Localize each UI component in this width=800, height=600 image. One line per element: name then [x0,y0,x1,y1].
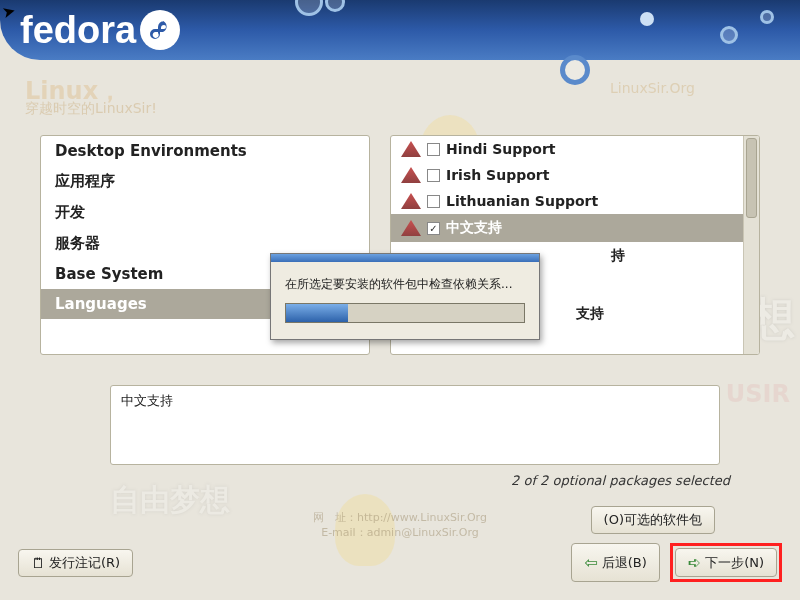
description-text: 中文支持 [121,393,173,408]
package-checkbox[interactable] [427,169,440,182]
package-label: Hindi Support [446,141,555,157]
back-button[interactable]: 后退(B) [571,543,659,582]
package-label: Irish Support [446,167,549,183]
optional-packages-label: (O)可选的软件包 [604,511,702,529]
dialog-message: 在所选定要安装的软件包中检查依赖关系... [285,276,525,293]
optional-packages-button[interactable]: (O)可选的软件包 [591,506,715,534]
arrow-left-icon [584,553,597,572]
category-development[interactable]: 开发 [41,197,369,228]
package-row-irish[interactable]: Irish Support [391,162,759,188]
fedora-wordmark: fedora [20,9,136,52]
package-label: 持 [611,247,625,265]
package-checkbox[interactable] [427,195,440,208]
package-label: 支持 [576,305,604,323]
package-checkbox[interactable] [427,143,440,156]
back-label: 后退(B) [602,554,647,572]
note-icon [31,555,45,571]
credits: 网 址：http://www.LinuxSir.Org E-mail：admin… [313,510,487,540]
dependency-check-dialog: 在所选定要安装的软件包中检查依赖关系... [270,253,540,340]
package-row-lithuanian[interactable]: Lithuanian Support [391,188,759,214]
dialog-titlebar[interactable] [271,254,539,262]
progress-bar [285,303,525,323]
next-label: 下一步(N) [705,554,764,572]
next-button-highlight: 下一步(N) [670,543,782,582]
release-notes-button[interactable]: 发行注记(R) [18,549,133,577]
package-row-hindi[interactable]: Hindi Support [391,136,759,162]
fedora-logo: fedora [20,9,180,52]
package-label: 中文支持 [446,219,502,237]
package-group-icon [401,167,421,183]
package-label: Lithuanian Support [446,193,598,209]
package-checkbox[interactable]: ✓ [427,222,440,235]
watermark-hello: Linux， [25,75,122,107]
description-box: 中文支持 [110,385,720,465]
package-group-icon [401,193,421,209]
category-applications[interactable]: 应用程序 [41,166,369,197]
package-group-icon [401,141,421,157]
package-scrollbar[interactable] [743,136,759,354]
watermark-site2: LinuxSir.Org [610,80,695,96]
next-button[interactable]: 下一步(N) [675,548,777,577]
progress-bar-fill [286,304,348,322]
category-desktop-environments[interactable]: Desktop Environments [41,136,369,166]
header-banner: fedora [0,0,800,60]
arrow-right-icon [688,553,701,572]
scrollbar-thumb[interactable] [746,138,757,218]
package-group-icon [401,220,421,236]
fedora-f-icon [140,10,180,50]
package-row-chinese[interactable]: ✓ 中文支持 [391,214,759,242]
selection-status: 2 of 2 optional packages selected [40,473,730,488]
watermark-tag: 穿越时空的LinuxSir! [25,100,157,118]
release-notes-label: 发行注记(R) [49,554,120,572]
